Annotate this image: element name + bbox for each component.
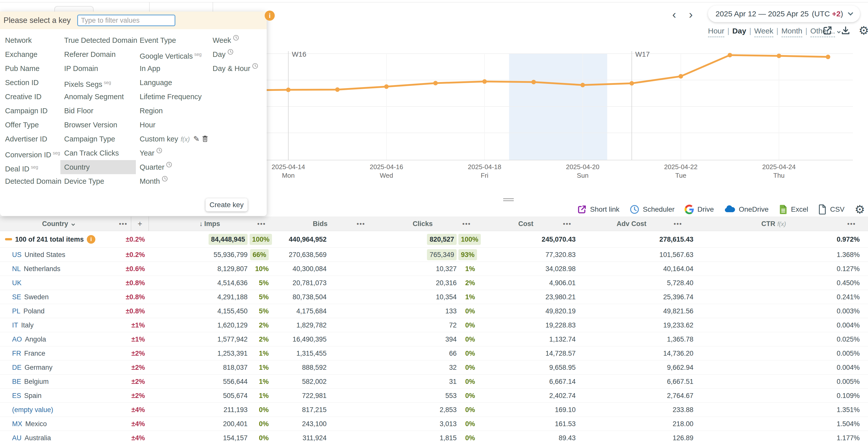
scheduler-button[interactable]: Scheduler — [629, 204, 675, 214]
info-icon[interactable]: i — [265, 10, 275, 21]
table-row-fr[interactable]: FRFrance±2%1,253,3911%1,315,455660%14,72… — [0, 346, 868, 360]
key-item-anomaly-segment[interactable]: Anomaly Segment — [60, 90, 136, 104]
data-point[interactable] — [384, 84, 389, 89]
partial-selection-icon[interactable] — [5, 238, 12, 240]
info-icon[interactable]: i — [87, 235, 95, 244]
granularity-hour[interactable]: Hour — [708, 27, 724, 37]
date-next-button[interactable]: › — [689, 7, 693, 21]
key-item-creative-id[interactable]: Creative ID — [1, 90, 60, 104]
data-point[interactable] — [727, 53, 732, 57]
key-item-google-verticals[interactable]: Google Verticalsseg — [136, 47, 211, 61]
key-item-deal-id[interactable]: Deal IDseg — [1, 160, 60, 174]
key-item-network[interactable]: Network — [1, 33, 60, 47]
csv-button[interactable]: CSV — [818, 204, 845, 214]
key-item-month[interactable]: Month — [136, 174, 211, 188]
table-row-uk[interactable]: UK±0.8%4,514,6365%20,781,07320,3162%4,90… — [0, 276, 868, 290]
key-item-offer-type[interactable]: Offer Type — [1, 118, 60, 132]
date-prev-button[interactable]: ‹ — [672, 7, 676, 21]
column-header-country[interactable]: Country — [0, 216, 116, 231]
column-header-ctr[interactable]: CTRf(x) ••• — [687, 216, 861, 231]
key-item-hour[interactable]: Hour — [136, 118, 211, 132]
column-header-bids[interactable]: Bids ••• — [271, 216, 370, 231]
edit-pencil-icon[interactable]: ✎ — [193, 135, 199, 143]
table-row-mx[interactable]: MXMexico±4%200,4010%243,1003,0130%161.53… — [0, 417, 868, 431]
key-item-true-detected-domain[interactable]: True Detected Domain — [60, 33, 136, 47]
table-row-us[interactable]: USUnited States±0.2%55,936,79966%270,638… — [0, 248, 868, 262]
key-item-advertiser-id[interactable]: Advertiser ID — [1, 132, 60, 146]
key-item-can-track-clicks[interactable]: Can Track Clicks — [60, 146, 136, 160]
short-link-button[interactable]: Short link — [577, 205, 619, 214]
data-point[interactable] — [826, 55, 830, 59]
clicks-column-options[interactable]: ••• — [462, 216, 471, 231]
key-item-exchange[interactable]: Exchange — [1, 47, 60, 61]
key-item-region[interactable]: Region — [136, 104, 211, 118]
onedrive-button[interactable]: OneDrive — [724, 204, 768, 214]
chart-settings-gear-icon[interactable]: ⚙ — [859, 25, 868, 36]
data-point[interactable] — [482, 79, 487, 84]
data-point[interactable] — [433, 81, 438, 85]
key-item-ip-domain[interactable]: IP Domain — [60, 61, 136, 76]
data-point[interactable] — [286, 88, 290, 92]
key-item-quarter[interactable]: Quarter — [136, 160, 211, 174]
data-point[interactable] — [777, 54, 781, 58]
key-item-lifetime-frequency[interactable]: Lifetime Frequency — [136, 90, 211, 104]
data-point[interactable] — [581, 83, 585, 87]
drive-button[interactable]: Drive — [685, 205, 714, 214]
key-item-campaign-id[interactable]: Campaign ID — [1, 104, 60, 118]
trash-icon[interactable] — [202, 135, 208, 142]
key-filter-input[interactable] — [77, 14, 175, 26]
data-point[interactable] — [629, 81, 634, 86]
key-item-pixels-segs[interactable]: Pixels Segsseg — [60, 76, 136, 90]
imps-column-options[interactable]: ••• — [257, 216, 266, 231]
ctr-column-options[interactable]: ••• — [847, 216, 856, 231]
column-header-imps[interactable]: ↓Imps ••• — [149, 216, 271, 231]
table-total-row[interactable]: 100 of 241 total items i ±0.2% 84,448,94… — [0, 231, 868, 248]
table-row-se[interactable]: SESweden±0.8%4,291,1885%80,738,50410,354… — [0, 290, 868, 304]
key-item-event-type[interactable]: Event Type — [136, 33, 211, 47]
table-row-it[interactable]: ITItaly±1%1,620,1292%1,829,782720%19,228… — [0, 318, 868, 332]
key-item-in-app[interactable]: In App — [136, 61, 211, 76]
open-in-new-icon[interactable] — [822, 25, 833, 36]
granularity-day[interactable]: Day — [733, 27, 746, 36]
key-item-section-id[interactable]: Section ID — [1, 76, 60, 90]
key-item-language[interactable]: Language — [136, 76, 211, 90]
chart-resize-handle[interactable] — [503, 198, 514, 202]
table-row-de[interactable]: DEGermany±2%818,0371%888,592320%9,658.95… — [0, 360, 868, 375]
column-header-cost[interactable]: Cost ••• — [475, 216, 576, 231]
data-point[interactable] — [679, 74, 683, 79]
create-key-button[interactable]: Create key — [206, 198, 248, 211]
key-item-year[interactable]: Year — [136, 146, 211, 160]
table-row-pl[interactable]: PLPoland±0.8%4,155,4505%4,175,6841330%49… — [0, 304, 868, 318]
key-item-pub-name[interactable]: Pub Name — [1, 61, 60, 76]
key-item-browser-version[interactable]: Browser Version — [60, 118, 136, 132]
key-item-week[interactable]: Week — [209, 33, 266, 47]
table-row-es[interactable]: ESSpain±2%505,6741%722,9815530%2,402.742… — [0, 389, 868, 403]
key-item-day[interactable]: Day — [209, 47, 266, 61]
key-item-country[interactable]: Country — [60, 160, 136, 174]
table-settings-gear-icon[interactable]: ⚙ — [855, 204, 865, 215]
key-item-campaign-type[interactable]: Campaign Type — [60, 132, 136, 146]
adv-cost-column-options[interactable]: ••• — [674, 216, 682, 231]
download-icon[interactable] — [840, 25, 851, 36]
key-item-detected-domain[interactable]: Detected Domain — [1, 174, 60, 188]
country-column-options[interactable]: ••• — [116, 216, 131, 231]
key-item-device-type[interactable]: Device Type — [60, 174, 136, 188]
granularity-week[interactable]: Week — [754, 27, 773, 37]
table-row-au[interactable]: AUAustralia±4%154,1570%311,9241,8150%89.… — [0, 431, 868, 443]
granularity-month[interactable]: Month — [781, 27, 802, 37]
bids-column-options[interactable]: ••• — [357, 216, 365, 231]
date-range-picker[interactable]: 2025 Apr 12 — 2025 Apr 25 (UTC +2) — [708, 5, 860, 22]
add-column-button[interactable]: + — [131, 216, 149, 231]
excel-button[interactable]: Excel — [779, 204, 808, 214]
key-item-referer-domain[interactable]: Referer Domain — [60, 47, 136, 61]
key-item-custom-key[interactable]: Custom keyf(x)✎ — [136, 132, 211, 146]
table-row-ao[interactable]: AOAngola±1%1,577,9422%16,490,3953940%1,1… — [0, 332, 868, 346]
data-point[interactable] — [531, 80, 536, 84]
column-header-clicks[interactable]: Clicks ••• — [370, 216, 475, 231]
key-item-day-hour[interactable]: Day & Hour — [209, 61, 266, 76]
cost-column-options[interactable]: ••• — [563, 216, 571, 231]
key-item-bid-floor[interactable]: Bid Floor — [60, 104, 136, 118]
data-point[interactable] — [335, 87, 340, 92]
table-row-be[interactable]: BEBelgium±2%556,6441%582,002310%6,667.14… — [0, 375, 868, 389]
key-item-conversion-id[interactable]: Conversion IDseg — [1, 146, 60, 160]
